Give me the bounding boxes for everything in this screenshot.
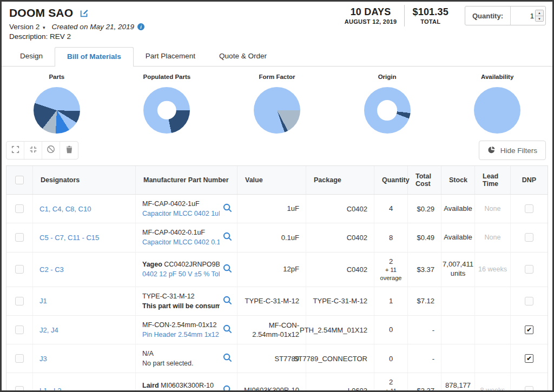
quantity-stepper: ▲ ▼ xyxy=(535,10,544,22)
collapse-all-button[interactable] xyxy=(24,142,42,159)
select-all-checkbox[interactable] xyxy=(15,176,24,184)
total-cost-cell: - xyxy=(408,316,441,344)
tab-design[interactable]: Design xyxy=(8,47,55,66)
table-row: J2, J4 MF-CON-2.54mm-01x12 Pin Header 2.… xyxy=(6,316,548,344)
chart-title: Availability xyxy=(442,74,552,80)
created-date: Created on May 21, 2019 xyxy=(52,23,134,31)
search-icon[interactable] xyxy=(222,203,233,215)
tab-bar: Design Bill of Materials Part Placement … xyxy=(2,47,552,67)
part-description-link[interactable]: Capacitor MLCC 0402 0.1uF 10% 1 xyxy=(142,237,220,247)
col-total-cost: Total Cost xyxy=(408,166,441,194)
part-description-link[interactable]: No part selected. xyxy=(142,358,220,368)
parts-pie-chart[interactable] xyxy=(34,87,80,134)
row-checkbox[interactable] xyxy=(15,297,24,305)
chart-origin: Origin xyxy=(332,74,443,134)
dnp-checkbox[interactable] xyxy=(525,204,533,213)
hide-filters-label: Hide Filters xyxy=(500,147,537,155)
search-icon[interactable] xyxy=(222,353,233,364)
stepper-down-button[interactable]: ▼ xyxy=(536,16,543,21)
part-description-link[interactable]: 0402 12 pF 50 V ±5 % Tolerance N xyxy=(142,269,220,279)
dnp-checkbox[interactable] xyxy=(525,265,533,274)
lead-days-block: 10 DAYS AUGUST 12, 2019 xyxy=(337,5,405,26)
dnp-selected-button[interactable] xyxy=(42,142,60,159)
project-title: DOOM SAO xyxy=(9,6,73,19)
origin-pie-chart[interactable] xyxy=(364,87,411,134)
quantity-cell: 0 xyxy=(374,344,408,373)
col-quantity: Quantity xyxy=(374,166,408,194)
designators-link[interactable]: J3 xyxy=(39,355,47,363)
quantity-label: Quantity: xyxy=(465,6,511,25)
part-description-link[interactable]: Capacitor MLCC 0402 1uF 10% 16 xyxy=(142,209,220,218)
mpn-text: MF-CON-2.54mm-01x12 xyxy=(142,320,220,330)
summary-charts: Parts Populated Parts Form Factor Origin… xyxy=(2,74,552,134)
designators-link[interactable]: C5 - C7, C11 - C15 xyxy=(39,234,99,242)
value-cell: 1uF xyxy=(238,195,306,223)
tab-bill-of-materials[interactable]: Bill of Materials xyxy=(55,47,134,67)
search-icon[interactable] xyxy=(222,263,233,275)
total-cost-cell: $7.12 xyxy=(408,287,441,315)
delete-selected-button[interactable] xyxy=(60,142,78,159)
search-icon[interactable] xyxy=(222,324,233,336)
part-description-link[interactable]: This part will be consumed from y xyxy=(142,301,220,311)
chart-availability: Availability xyxy=(442,74,552,134)
row-checkbox[interactable] xyxy=(15,325,24,334)
row-checkbox[interactable] xyxy=(15,354,24,363)
quantity-input[interactable]: 1 ▲ ▼ xyxy=(511,6,545,25)
quantity-cell: 1 xyxy=(374,287,408,315)
designators-link[interactable]: L1 - L2 xyxy=(39,387,61,392)
row-checkbox[interactable] xyxy=(15,204,24,213)
quantity-cell: 0 xyxy=(374,316,408,344)
package-cell: C0402 xyxy=(306,223,374,251)
chart-title: Origin xyxy=(332,74,443,80)
stock-cell: Available xyxy=(441,195,475,223)
col-dnp: DNP xyxy=(511,166,548,194)
designators-link[interactable]: J1 xyxy=(39,297,47,305)
tab-quote-order[interactable]: Quote & Order xyxy=(207,47,279,66)
version-selector[interactable]: Version 2 ▾ xyxy=(9,23,45,31)
row-checkbox[interactable] xyxy=(15,386,24,392)
row-checkbox[interactable] xyxy=(15,265,24,274)
total-cost-cell: - xyxy=(408,344,441,373)
total-cost-cell: $3.37 xyxy=(408,373,441,392)
package-cell: L0603 xyxy=(306,373,374,392)
form-factor-pie-chart[interactable] xyxy=(254,87,300,134)
designators-link[interactable]: C1, C4, C8, C10 xyxy=(39,205,91,213)
dnp-checkbox[interactable] xyxy=(525,233,533,242)
dnp-checkbox[interactable] xyxy=(525,325,533,334)
edit-title-icon[interactable] xyxy=(80,8,89,18)
mpn-text: MF-CAP-0402-1uF xyxy=(142,199,220,209)
lead-days-date: AUGUST 12, 2019 xyxy=(345,18,397,25)
expand-icon xyxy=(11,145,19,156)
stock-cell: Available xyxy=(441,223,475,251)
stepper-up-button[interactable]: ▲ xyxy=(536,10,543,16)
total-block: $101.35 TOTAL xyxy=(405,5,456,26)
search-icon[interactable] xyxy=(222,384,233,392)
lead-time-cell xyxy=(475,316,511,344)
row-checkbox[interactable] xyxy=(15,233,24,242)
lead-time-cell: 8 weeks xyxy=(475,373,511,392)
chart-title: Parts xyxy=(2,74,112,80)
collapse-icon xyxy=(29,145,37,156)
designators-link[interactable]: J2, J4 xyxy=(39,326,58,334)
expand-all-button[interactable] xyxy=(6,142,24,159)
dnp-checkbox[interactable] xyxy=(525,297,533,305)
table-row: L1 - L2 Laird MI0603K300R-10 Chip Ferrit… xyxy=(6,373,548,392)
dnp-checkbox[interactable] xyxy=(525,354,533,363)
chart-form-factor: Form Factor xyxy=(222,74,332,134)
populated-parts-pie-chart[interactable] xyxy=(143,87,190,134)
info-icon[interactable]: i xyxy=(137,23,144,30)
designators-link[interactable]: C2 - C3 xyxy=(39,265,64,274)
search-icon[interactable] xyxy=(222,295,233,307)
table-row: J3 N/A No part selected. ST7789 ST7789_C… xyxy=(6,344,548,373)
hide-filters-button[interactable]: Hide Filters xyxy=(479,141,546,160)
package-cell: C0402 xyxy=(306,253,374,287)
tab-part-placement[interactable]: Part Placement xyxy=(134,47,207,66)
chart-parts: Parts xyxy=(2,74,112,134)
part-description-link[interactable]: Pin Header 2.54mm 1x12 Unshrou xyxy=(142,330,220,340)
search-icon[interactable] xyxy=(222,231,233,243)
table-row: C5 - C7, C11 - C15 MF-CAP-0402-0.1uF Cap… xyxy=(6,223,548,252)
availability-pie-chart[interactable] xyxy=(474,87,520,134)
col-mpn: Manufacturer Part Number xyxy=(136,166,238,194)
dnp-checkbox[interactable] xyxy=(525,386,533,392)
app-window: DOOM SAO Version 2 ▾ Created on May 21, … xyxy=(0,0,554,392)
